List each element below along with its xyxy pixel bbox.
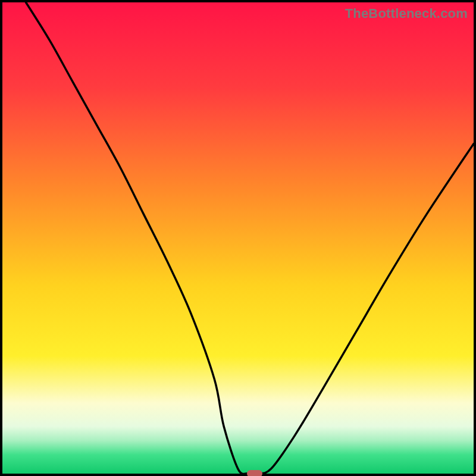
watermark-text: TheBottleneck.com — [345, 6, 468, 21]
gradient-background — [2, 2, 474, 474]
svg-rect-0 — [2, 2, 474, 474]
optimal-marker — [247, 470, 262, 476]
chart-frame: TheBottleneck.com — [0, 0, 476, 476]
